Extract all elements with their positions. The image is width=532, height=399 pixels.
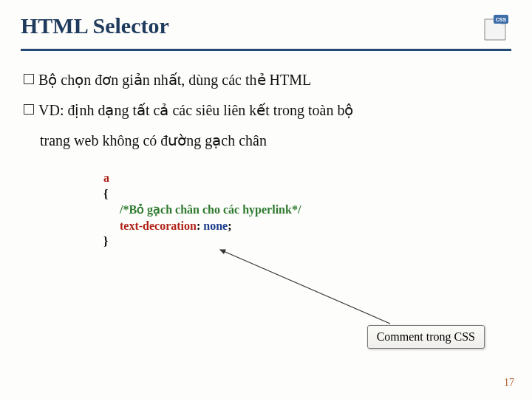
svg-text:CSS: CSS xyxy=(496,17,507,22)
code-block: a { /*Bỏ gạch chân cho các hyperlink*/ t… xyxy=(103,170,511,250)
callout-box: Comment trong CSS xyxy=(367,325,485,349)
callout-text: Comment trong CSS xyxy=(377,330,475,343)
checkbox-bullet-icon xyxy=(24,104,34,115)
bullet-text: trang web không có đường gạch chân xyxy=(40,129,267,152)
code-comment: /*Bỏ gạch chân cho các hyperlink*/ xyxy=(103,202,511,218)
slide-title: HTML Selector xyxy=(21,13,169,38)
title-row: HTML Selector CSS xyxy=(21,13,511,41)
code-open-brace: { xyxy=(103,188,108,200)
bullet-text: VD: định dạng tất cả các siêu liên kết t… xyxy=(38,99,353,122)
bullet-item-2: VD: định dạng tất cả các siêu liên kết t… xyxy=(24,99,511,122)
code-value: none xyxy=(203,219,228,232)
page-number: 17 xyxy=(504,377,514,389)
code-close-brace: } xyxy=(103,235,108,248)
code-selector: a xyxy=(103,171,109,184)
svg-line-2 xyxy=(220,250,390,324)
checkbox-bullet-icon xyxy=(24,74,34,84)
callout-arrow-icon xyxy=(214,244,406,332)
bullet-list: Bộ chọn đơn giản nhất, dùng các thẻ HTML… xyxy=(21,69,511,152)
code-declaration: text-decoration: none; xyxy=(103,218,511,234)
css-file-icon: CSS xyxy=(480,13,511,41)
title-divider xyxy=(21,49,511,51)
code-semicolon: ; xyxy=(228,219,231,232)
bullet-item-1: Bộ chọn đơn giản nhất, dùng các thẻ HTML xyxy=(24,69,511,92)
code-property: text-decoration xyxy=(120,219,197,232)
code-colon: : xyxy=(197,219,203,232)
bullet-text: Bộ chọn đơn giản nhất, dùng các thẻ HTML xyxy=(38,69,311,92)
bullet-item-2-continuation: trang web không có đường gạch chân xyxy=(24,129,511,152)
slide: HTML Selector CSS Bộ chọn đơn giản nhất,… xyxy=(0,0,532,399)
